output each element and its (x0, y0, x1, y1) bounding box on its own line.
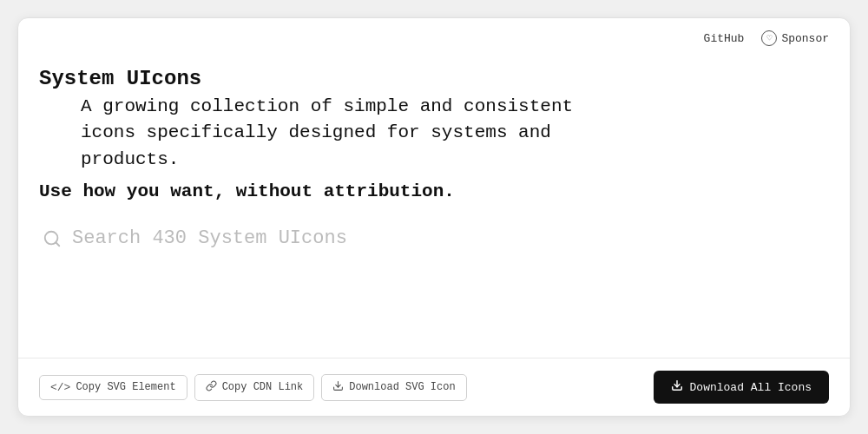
github-link[interactable]: GitHub (704, 32, 745, 45)
hero-section: System UIcons A growing collection of si… (18, 58, 850, 358)
main-card: GitHub ♡ Sponsor System UIcons A growing… (17, 17, 851, 417)
download-all-icon (671, 379, 683, 395)
download-svg-button[interactable]: Download SVG Icon (321, 374, 466, 401)
download-svg-icon (332, 380, 344, 395)
search-wrapper (43, 227, 825, 249)
sponsor-icon: ♡ (761, 30, 777, 46)
search-icon (43, 229, 62, 248)
hero-tagline: Use how you want, without attribution. (39, 181, 829, 201)
download-svg-label: Download SVG Icon (349, 381, 455, 393)
download-all-button[interactable]: Download All Icons (654, 371, 829, 404)
top-nav: GitHub ♡ Sponsor (18, 18, 850, 58)
copy-svg-button[interactable]: </> Copy SVG Element (39, 375, 187, 400)
copy-cdn-button[interactable]: Copy CDN Link (194, 374, 315, 401)
svg-line-1 (56, 242, 59, 246)
sponsor-label: Sponsor (781, 32, 829, 45)
copy-cdn-label: Copy CDN Link (222, 381, 304, 393)
download-all-label: Download All Icons (690, 381, 812, 394)
copy-cdn-icon (206, 380, 217, 395)
github-label: GitHub (704, 32, 745, 45)
search-input[interactable] (72, 227, 825, 249)
search-container (39, 227, 829, 249)
toolbar-left: </> Copy SVG Element Copy CDN Link (39, 374, 467, 401)
copy-svg-icon: </> (50, 381, 70, 394)
hero-description: A growing collection of simple and consi… (81, 94, 829, 173)
bottom-toolbar: </> Copy SVG Element Copy CDN Link (18, 358, 850, 416)
sponsor-link[interactable]: ♡ Sponsor (761, 30, 829, 46)
hero-title: System UIcons (39, 67, 829, 90)
copy-svg-label: Copy SVG Element (76, 381, 175, 393)
